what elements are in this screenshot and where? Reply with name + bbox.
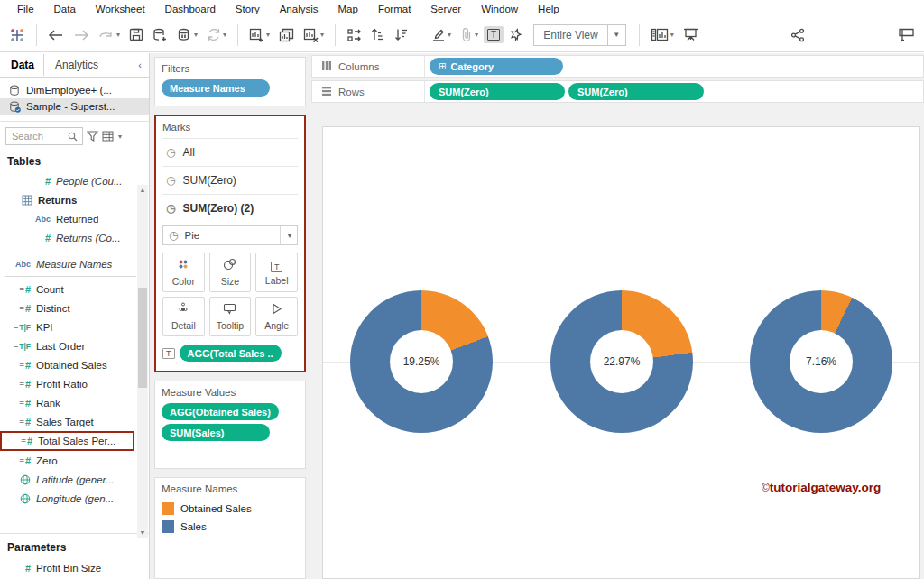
fix-axes-icon[interactable] <box>505 25 526 45</box>
tf-calc-icon: =T|F <box>7 342 31 351</box>
tab-analytics[interactable]: Analytics <box>44 54 107 76</box>
scroll-down-icon[interactable]: ▼ <box>140 528 146 538</box>
columns-pill-category[interactable]: ⊞Category <box>430 58 563 75</box>
field-item[interactable]: =#Sales Target <box>0 412 136 431</box>
menu-map[interactable]: Map <box>328 2 368 16</box>
legend-title: Measure Names <box>162 483 299 494</box>
share-icon[interactable] <box>787 25 808 45</box>
expand-chevron-icon[interactable]: ▾ <box>0 196 4 205</box>
data-source-item[interactable]: >DimEmployee+ (... <box>0 82 149 98</box>
field-item[interactable]: Latitude (gener... <box>0 470 136 489</box>
menu-window[interactable]: Window <box>471 2 528 16</box>
marks-tooltip-button[interactable]: Tooltip <box>209 297 252 336</box>
refresh-icon[interactable]: ▾ <box>203 25 230 44</box>
expand-plus-icon[interactable]: ⊞ <box>439 61 446 71</box>
presentation-mode-icon[interactable] <box>679 25 702 44</box>
data-source-item[interactable]: Sample - Superst... <box>0 98 149 115</box>
menu-worksheet[interactable]: Worksheet <box>86 2 155 16</box>
field-item[interactable]: =#Count <box>0 280 136 299</box>
search-input[interactable] <box>12 131 68 142</box>
marks-detail-button[interactable]: Detail <box>162 297 205 336</box>
measure-value-pill[interactable]: AGG(Obtained Sales) <box>162 403 279 420</box>
marks-label-button[interactable]: TLabel <box>255 253 298 292</box>
mark-type-dropdown[interactable]: ◷ Pie ▼ <box>162 225 298 245</box>
legend-item[interactable]: Sales <box>162 518 299 536</box>
field-item[interactable]: #People (Cou... <box>0 171 136 190</box>
field-item[interactable]: =#Distinct <box>0 299 136 317</box>
marks-layer-sum-zero-2-[interactable]: ◷SUM(Zero) (2) <box>162 194 298 222</box>
mark-type-caret-icon[interactable]: ▼ <box>280 226 293 244</box>
menu-server[interactable]: Server <box>420 2 471 16</box>
field-item[interactable]: =#Profit Ratio <box>0 374 136 393</box>
tf-calc-icon: =T|F <box>7 323 31 332</box>
forward-icon[interactable] <box>69 26 93 44</box>
filter-funnel-icon[interactable] <box>87 131 98 142</box>
legend-label: Sales <box>180 521 207 532</box>
marks-layer-all[interactable]: ◷All <box>162 138 298 166</box>
save-icon[interactable] <box>125 25 147 44</box>
show-cards-icon[interactable]: ▾ <box>647 25 678 44</box>
filter-pill[interactable]: Measure Names <box>162 79 270 96</box>
hash-calc-icon: =# <box>7 284 31 295</box>
fit-select-caret-icon[interactable]: ▼ <box>607 25 625 45</box>
field-item[interactable]: Longitude (gen... <box>0 489 136 508</box>
measure-value-pill[interactable]: SUM(Sales) <box>162 424 270 441</box>
field-item[interactable]: ▾Returns <box>0 190 136 209</box>
hash-icon: # <box>27 233 51 244</box>
pane-collapse-icon[interactable]: ‹ <box>138 60 149 70</box>
marks-angle-button[interactable]: Angle <box>255 297 298 336</box>
parameter-item[interactable]: #Profit Bin Size <box>0 558 149 577</box>
scroll-up-icon[interactable]: ▲ <box>140 185 146 195</box>
field-item[interactable]: =T|FLast Order <box>0 336 136 355</box>
marks-color-button[interactable]: Color <box>162 253 205 292</box>
clear-sheet-icon[interactable]: ▾ <box>300 25 328 45</box>
menu-format[interactable]: Format <box>368 2 420 16</box>
agg-total-sales-pill[interactable]: AGG(Total Sales .. <box>180 345 282 362</box>
new-worksheet-icon[interactable]: ▾ <box>245 25 273 45</box>
add-data-icon[interactable] <box>149 25 171 45</box>
donut-chart[interactable]: 22.97% <box>550 290 693 433</box>
field-item[interactable]: AbcMeasure Names <box>0 254 136 273</box>
data-source-list: >DimEmployee+ (...Sample - Superst... <box>0 78 149 122</box>
field-item[interactable]: =#Total Sales Per... <box>0 431 134 451</box>
sort-descending-icon[interactable] <box>391 25 412 44</box>
rows-pill-sum-zero[interactable]: SUM(Zero) <box>430 83 565 100</box>
field-item[interactable]: #Returns (Co... <box>0 228 136 247</box>
field-item[interactable]: AbcReturned <box>0 209 136 228</box>
fields-scrollbar[interactable]: ▲ ▼ <box>137 185 148 538</box>
field-item[interactable]: =#Obtained Sales <box>0 355 136 374</box>
legend-item[interactable]: Obtained Sales <box>162 500 299 518</box>
redo-icon[interactable]: ▾ <box>95 26 124 43</box>
menu-dashboard[interactable]: Dashboard <box>155 2 226 16</box>
donut-chart[interactable]: 19.25% <box>350 290 493 433</box>
scrollbar-thumb[interactable] <box>138 288 147 388</box>
field-item[interactable]: =#Zero <box>0 451 136 470</box>
menu-story[interactable]: Story <box>226 2 270 16</box>
view-options-icon[interactable] <box>102 131 114 142</box>
view-options-caret-icon[interactable]: ▾ <box>118 133 122 141</box>
rows-pill-sum-zero[interactable]: SUM(Zero) <box>568 83 704 100</box>
menu-data[interactable]: Data <box>44 2 86 16</box>
field-item[interactable]: =T|FKPI <box>0 317 136 336</box>
sort-ascending-icon[interactable] <box>367 25 389 44</box>
highlight-icon[interactable]: ▾ <box>428 25 455 45</box>
pause-updates-icon[interactable]: ▾ <box>173 25 201 45</box>
menu-help[interactable]: Help <box>528 2 569 16</box>
swap-rows-columns-icon[interactable] <box>343 25 365 45</box>
show-me-icon[interactable] <box>894 25 919 44</box>
field-label: Zero <box>36 455 58 466</box>
marks-layer-sum-zero-[interactable]: ◷SUM(Zero) <box>162 166 298 194</box>
donut-chart[interactable]: 7.16% <box>750 290 892 433</box>
field-label: Obtained Sales <box>36 360 107 371</box>
fit-select-dropdown[interactable]: Entire View▼ <box>533 24 625 46</box>
show-mark-labels-icon[interactable]: T <box>484 26 504 43</box>
tableau-logo-icon[interactable] <box>5 24 29 46</box>
duplicate-icon[interactable] <box>275 25 298 45</box>
menu-analysis[interactable]: Analysis <box>270 2 328 16</box>
field-item[interactable]: =#Rank <box>0 393 136 412</box>
marks-size-button[interactable]: Size <box>209 253 252 292</box>
menu-file[interactable]: File <box>7 2 44 16</box>
group-members-icon[interactable]: ▾ <box>457 25 482 45</box>
back-icon[interactable] <box>44 26 68 44</box>
tab-data[interactable]: Data <box>0 54 44 76</box>
